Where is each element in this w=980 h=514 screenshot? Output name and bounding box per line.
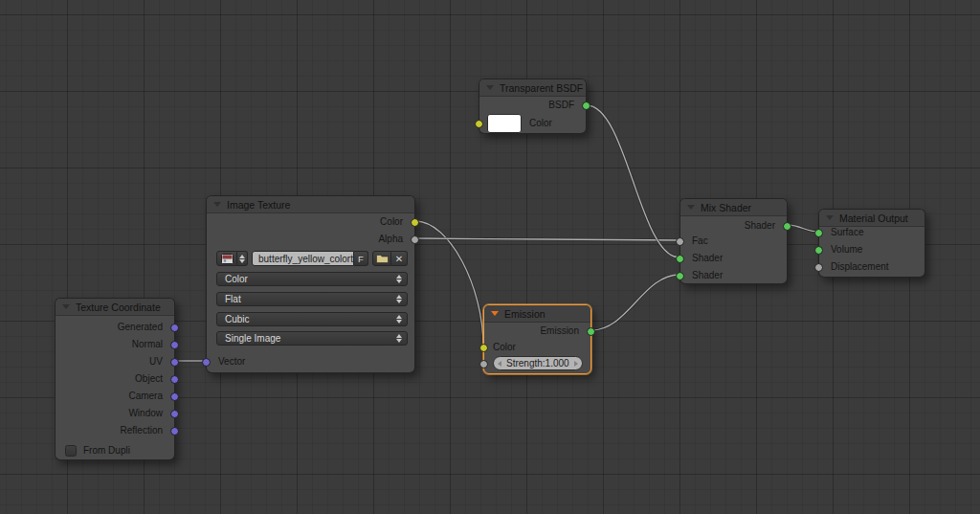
- extension-dropdown[interactable]: Cubic: [216, 312, 408, 326]
- strength-slider[interactable]: Strength: 1.000: [493, 356, 583, 370]
- output-label-reflection: Reflection: [121, 422, 163, 439]
- fake-user-button[interactable]: F: [354, 251, 368, 266]
- socket-output-color[interactable]: [411, 218, 419, 227]
- unlink-image-button[interactable]: ✕: [391, 251, 408, 266]
- open-image-button[interactable]: [372, 251, 391, 266]
- socket-output-normal[interactable]: [170, 341, 179, 349]
- slider-right-arrow-icon[interactable]: [574, 361, 578, 367]
- socket-input-fac[interactable]: [676, 237, 684, 246]
- input-label-color: Color: [529, 112, 552, 135]
- input-label-vector: Vector: [218, 353, 245, 370]
- color-space-dropdown[interactable]: Color: [216, 272, 408, 286]
- socket-input-shader-2[interactable]: [676, 272, 684, 280]
- node-editor-canvas[interactable]: Texture Coordinate Generated Normal UV O…: [0, 0, 980, 514]
- node-title: Emission: [504, 308, 546, 320]
- socket-output-emission[interactable]: [587, 327, 595, 336]
- output-label-uv: UV: [149, 353, 163, 370]
- chevron-updown-icon: [396, 275, 402, 283]
- chevron-updown-icon: [396, 334, 402, 343]
- projection-dropdown[interactable]: Flat: [216, 292, 408, 306]
- socket-input-volume[interactable]: [814, 246, 823, 255]
- wire-alpha-to-fac[interactable]: [415, 238, 679, 240]
- socket-output-shader[interactable]: [783, 222, 791, 231]
- source-dropdown[interactable]: Single Image: [216, 331, 408, 346]
- socket-output-alpha[interactable]: [411, 235, 419, 244]
- socket-output-uv[interactable]: [170, 358, 179, 367]
- socket-input-strength[interactable]: [479, 360, 488, 369]
- collapse-icon[interactable]: [687, 205, 695, 210]
- chevron-updown-icon: [396, 315, 402, 324]
- socket-output-bsdf[interactable]: [582, 101, 590, 110]
- wire-bsdf-to-mixshader[interactable]: [587, 105, 679, 257]
- slider-left-arrow-icon[interactable]: [498, 361, 501, 367]
- input-label-color: Color: [493, 340, 516, 355]
- dropdown-value: Cubic: [225, 313, 250, 325]
- node-mix-shader[interactable]: Mix Shader Shader Fac Shader Shader: [679, 198, 788, 284]
- input-label-displacement: Displacement: [831, 258, 889, 276]
- output-label-generated: Generated: [118, 319, 163, 336]
- folder-icon: [376, 254, 389, 263]
- slider-value: 1.000: [546, 355, 569, 372]
- node-title: Image Texture: [227, 199, 290, 211]
- image-name-field[interactable]: butterfly_yellow_colortex.p...: [252, 251, 354, 266]
- socket-input-vector[interactable]: [202, 358, 211, 367]
- output-label-object: Object: [135, 370, 163, 388]
- dropdown-value: Flat: [225, 293, 241, 305]
- output-label-camera: Camera: [128, 388, 163, 405]
- output-label-emission: Emission: [540, 323, 579, 340]
- socket-input-surface[interactable]: [814, 229, 823, 237]
- node-title: Texture Coordinate: [76, 302, 161, 313]
- slider-label: Strength:: [506, 355, 546, 372]
- node-header-emission[interactable]: Emission: [484, 305, 590, 323]
- node-image-texture[interactable]: Image Texture Color Alpha butterfly_yell…: [206, 195, 415, 373]
- chevron-updown-icon: [396, 295, 402, 303]
- node-material-output[interactable]: Material Output Surface Volume Displacem…: [818, 209, 925, 278]
- input-label-shader-2: Shader: [692, 267, 723, 284]
- collapse-icon[interactable]: [213, 202, 221, 207]
- socket-output-window[interactable]: [170, 410, 179, 418]
- node-transparent-bsdf[interactable]: Transparent BSDF BSDF Color: [479, 78, 587, 134]
- input-label-fac: Fac: [692, 233, 708, 250]
- socket-output-object[interactable]: [170, 375, 179, 384]
- collapse-icon[interactable]: [62, 304, 70, 309]
- node-emission[interactable]: Emission Emission Color Strength: 1.000: [483, 304, 591, 374]
- x-icon: ✕: [395, 254, 403, 264]
- dropdown-value: Color: [225, 273, 248, 285]
- node-title: Material Output: [839, 212, 908, 224]
- output-label-color: Color: [380, 213, 403, 231]
- collapse-icon[interactable]: [486, 85, 494, 90]
- socket-output-camera[interactable]: [170, 392, 179, 401]
- image-datablock-row: butterfly_yellow_colortex.p... F ✕: [216, 251, 408, 266]
- wire-emission-to-mixshader[interactable]: [591, 275, 679, 330]
- color-swatch[interactable]: [487, 114, 522, 133]
- socket-input-color[interactable]: [479, 344, 488, 352]
- from-dupli-checkbox[interactable]: [65, 445, 77, 457]
- socket-input-shader-1[interactable]: [676, 255, 684, 263]
- socket-output-reflection[interactable]: [170, 427, 179, 436]
- node-title: Mix Shader: [701, 202, 751, 213]
- input-label-surface: Surface: [831, 224, 863, 241]
- node-texture-coordinate[interactable]: Texture Coordinate Generated Normal UV O…: [55, 298, 175, 460]
- image-browse-icon[interactable]: [216, 251, 237, 266]
- socket-output-generated[interactable]: [170, 324, 179, 332]
- image-icon: [221, 254, 234, 264]
- node-header-image-texture[interactable]: Image Texture: [207, 196, 414, 213]
- dropdown-value: Single Image: [225, 332, 280, 345]
- node-header-texture-coordinate[interactable]: Texture Coordinate: [56, 299, 174, 316]
- input-label-volume: Volume: [831, 241, 862, 258]
- input-label-shader-1: Shader: [692, 250, 723, 267]
- node-title: Transparent BSDF: [500, 82, 583, 94]
- collapse-icon[interactable]: [491, 311, 499, 316]
- image-browse-arrows[interactable]: [237, 251, 248, 266]
- checkbox-label: From Dupli: [83, 445, 130, 456]
- output-label-window: Window: [128, 405, 163, 422]
- socket-input-displacement[interactable]: [814, 263, 823, 272]
- socket-input-color[interactable]: [475, 120, 483, 128]
- wire-mixshader-to-output[interactable]: [788, 225, 818, 232]
- node-header-mix-shader[interactable]: Mix Shader: [680, 199, 787, 216]
- output-label-normal: Normal: [132, 336, 163, 353]
- node-header-transparent-bsdf[interactable]: Transparent BSDF: [479, 79, 586, 97]
- collapse-icon[interactable]: [826, 215, 834, 220]
- output-label-alpha: Alpha: [378, 231, 403, 248]
